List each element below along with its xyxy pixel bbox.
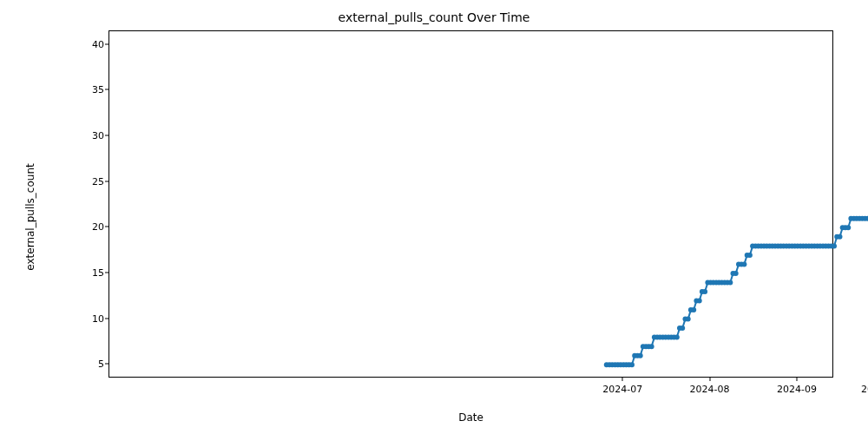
xtick-mark xyxy=(709,378,710,381)
data-point xyxy=(674,335,680,340)
ytick-label: 25 xyxy=(78,175,104,187)
xtick-label: 2024-07 xyxy=(602,384,642,395)
data-point xyxy=(733,271,739,276)
xtick-label: 2024-08 xyxy=(690,384,730,395)
ytick-mark xyxy=(105,364,108,365)
ytick-label: 15 xyxy=(78,266,104,278)
data-series xyxy=(109,31,832,377)
data-point xyxy=(741,261,746,266)
data-point xyxy=(832,243,837,248)
xtick-mark xyxy=(796,378,797,381)
ytick-label: 20 xyxy=(78,221,104,233)
x-axis-label: Date xyxy=(108,411,833,424)
data-point xyxy=(686,317,691,322)
ytick-label: 35 xyxy=(78,84,104,95)
ytick-mark xyxy=(105,227,108,227)
y-axis-label: external_pulls_count xyxy=(24,163,36,270)
ytick-label: 30 xyxy=(78,130,104,141)
chart-title: external_pulls_count Over Time xyxy=(0,10,868,24)
data-point xyxy=(727,280,733,286)
ytick-label: 5 xyxy=(78,358,104,370)
ytick-mark xyxy=(105,181,108,181)
ytick-mark xyxy=(105,135,108,136)
data-point xyxy=(747,253,753,258)
data-point xyxy=(629,362,635,367)
ytick-mark xyxy=(105,43,108,44)
data-point xyxy=(680,326,685,331)
plot-area xyxy=(108,30,833,378)
chart-container: external_pulls_count Over Time external_… xyxy=(0,0,868,434)
ytick-mark xyxy=(105,318,108,319)
data-point xyxy=(697,299,702,304)
data-point xyxy=(638,353,643,358)
xtick-label: 2024-10 xyxy=(861,384,868,395)
series-line xyxy=(607,45,868,365)
data-point xyxy=(838,234,843,240)
xtick-mark xyxy=(622,378,623,381)
ytick-label: 40 xyxy=(78,38,104,49)
xtick-label: 2024-09 xyxy=(777,384,817,395)
ytick-mark xyxy=(105,272,108,273)
ytick-label: 10 xyxy=(78,312,104,324)
ytick-mark xyxy=(105,89,108,90)
data-point xyxy=(702,289,707,294)
data-point xyxy=(691,307,696,312)
data-point xyxy=(649,344,654,349)
data-point xyxy=(845,225,851,230)
